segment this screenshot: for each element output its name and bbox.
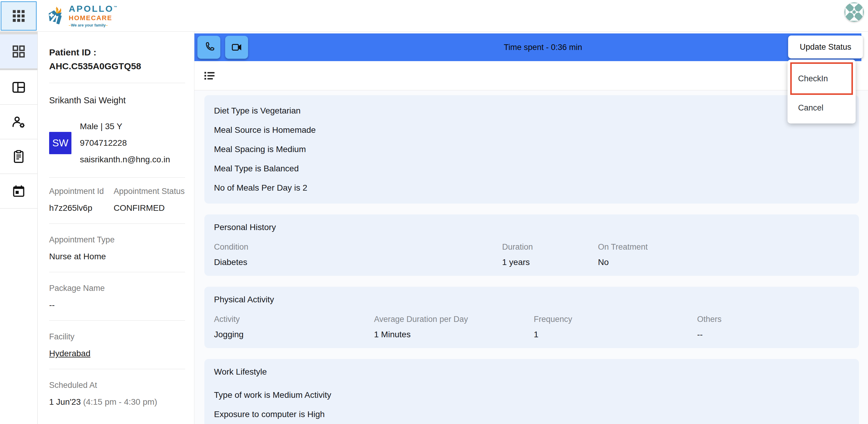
column-header: On Treatment — [598, 241, 849, 253]
appointment-type-value: Nurse at Home — [49, 251, 185, 262]
panel-divider — [49, 177, 185, 178]
column-header: Frequency — [534, 313, 697, 325]
patient-email: saisrikanth.n@hng.co.in — [80, 151, 170, 168]
user-settings-icon — [11, 115, 26, 129]
sidebar-item-user-management[interactable] — [0, 105, 37, 139]
time-spent-text: Time spent - 0:36 min — [504, 43, 582, 52]
patient-summary: SW Male | 35 Y 9704712228 saisrikanth.n@… — [49, 118, 185, 168]
cell-value: 1 years — [502, 255, 598, 270]
top-bar: APOLLO™ HOMECARE –We are your family– — [0, 0, 868, 32]
video-camera-icon — [230, 41, 243, 53]
side-navigation — [0, 32, 38, 424]
personal-history-title: Personal History — [214, 221, 849, 234]
package-name-value: -- — [49, 299, 185, 311]
appointment-id-status-row: Appointment Id h7z265lv6p Appointment St… — [49, 186, 185, 214]
panel-divider — [49, 320, 185, 321]
call-action-bar: Time spent - 0:36 min — [194, 33, 861, 61]
app-launcher-button[interactable] — [1, 1, 37, 31]
column-header: Activity — [214, 313, 374, 325]
cell-value: Diabetes — [214, 255, 502, 270]
logo-homecare-text: HOMECARE — [69, 15, 117, 21]
health-summary: Diet Type is Vegetarian Meal Source is H… — [194, 90, 868, 424]
personal-history-card: Personal History Condition Duration On T… — [204, 215, 859, 276]
diet-card: Diet Type is Vegetarian Meal Source is H… — [204, 95, 859, 203]
scheduled-at-value: 1 Jun'23 (4:15 pm - 4:30 pm) — [49, 396, 185, 408]
column-header: Duration — [502, 241, 598, 253]
appointment-type-label: Appointment Type — [49, 234, 185, 246]
calendar-icon — [12, 184, 26, 198]
appointment-status-block: Appointment Status CONFIRMED — [114, 186, 185, 214]
physical-activity-title: Physical Activity — [214, 293, 849, 306]
work-lifestyle-line: Exposure to computer is High — [214, 405, 849, 424]
apollo-logo-emblem-icon — [47, 5, 65, 26]
patient-contact-details: Male | 35 Y 9704712228 saisrikanth.n@hng… — [80, 118, 170, 168]
diet-line: Diet Type is Vegetarian — [214, 101, 849, 121]
update-status-menu: CheckIn Cancel — [787, 60, 856, 124]
patient-avatar: SW — [49, 132, 71, 154]
cell-value: -- — [697, 327, 849, 342]
cell-value: No — [598, 255, 849, 270]
logo-apollo-text: APOLLO™ — [69, 4, 117, 13]
appointment-id-block: Appointment Id h7z265lv6p — [49, 186, 114, 214]
menu-item-cancel[interactable]: Cancel — [790, 95, 853, 121]
sidebar-item-tasks[interactable] — [0, 139, 37, 174]
logo-tagline: –We are your family– — [69, 23, 117, 27]
patient-phone: 9704712228 — [80, 135, 170, 151]
apollo-homecare-logo: APOLLO™ HOMECARE –We are your family– — [47, 4, 117, 27]
panel-divider — [49, 83, 185, 83]
scheduled-at-label: Scheduled At — [49, 380, 185, 391]
appointment-type-block: Appointment Type Nurse at Home — [49, 234, 185, 262]
sidebar-item-schedule[interactable] — [0, 174, 37, 209]
list-icon — [204, 70, 216, 81]
sidebar-item-boards[interactable] — [0, 70, 37, 105]
facility-block: Facility Hyderabad — [49, 331, 185, 359]
logo-text: APOLLO™ HOMECARE –We are your family– — [69, 4, 117, 27]
package-name-label: Package Name — [49, 283, 185, 294]
user-avatar[interactable] — [844, 2, 864, 22]
work-lifestyle-line: Type of work is Medium Activity — [214, 386, 849, 405]
cell-value: 1 — [534, 327, 697, 342]
facility-label: Facility — [49, 331, 185, 343]
panel-divider — [49, 369, 185, 369]
patient-demographics: Male | 35 Y — [80, 118, 170, 135]
sidebar-item-dashboard[interactable] — [0, 34, 37, 70]
list-view-button[interactable] — [204, 70, 216, 81]
patient-details-panel: Patient ID : AHC.C535A0GGTQ58 Srikanth S… — [38, 32, 194, 424]
physical-activity-card: Physical Activity Activity Average Durat… — [204, 287, 859, 348]
video-call-button[interactable] — [225, 36, 248, 59]
physical-activity-table: Activity Average Duration per Day Freque… — [214, 313, 849, 342]
dashboard-icon — [12, 44, 26, 58]
appointment-status-value: CONFIRMED — [114, 202, 185, 214]
app-root: APOLLO™ HOMECARE –We are your family– — [0, 0, 868, 424]
column-header: Average Duration per Day — [374, 313, 534, 325]
cell-value: 1 Minutes — [374, 327, 534, 342]
diet-line: No of Meals Per Day is 2 — [214, 178, 849, 198]
diet-line: Meal Type is Balanced — [214, 159, 849, 178]
scheduled-at-block: Scheduled At 1 Jun'23 (4:15 pm - 4:30 pm… — [49, 380, 185, 408]
appointment-id-value: h7z265lv6p — [49, 202, 114, 214]
personal-history-table: Condition Duration On Treatment Diabetes… — [214, 241, 849, 270]
package-name-block: Package Name -- — [49, 283, 185, 311]
column-header: Others — [697, 313, 849, 325]
column-header: Condition — [214, 241, 502, 253]
menu-item-checkin[interactable]: CheckIn — [790, 62, 853, 95]
clipboard-icon — [12, 150, 26, 164]
facility-link[interactable]: Hyderabad — [49, 348, 185, 359]
patient-id-value: AHC.C535A0GGTQ58 — [49, 59, 185, 73]
layout-icon — [11, 80, 26, 95]
patient-id-label: Patient ID : — [49, 45, 185, 59]
toolbar-row — [194, 61, 868, 90]
phone-icon — [203, 41, 215, 53]
app-shell: Patient ID : AHC.C535A0GGTQ58 Srikanth S… — [0, 32, 868, 424]
sidenav-divider — [0, 32, 37, 34]
work-lifestyle-title: Work Lifestyle — [214, 365, 849, 379]
panel-divider — [49, 223, 185, 224]
diet-line: Meal Source is Homemade — [214, 121, 849, 140]
main-content: Time spent - 0:36 min Diet Type is Vege — [194, 32, 868, 424]
patient-name: Srikanth Sai Weight — [49, 95, 185, 106]
voice-call-button[interactable] — [197, 36, 220, 59]
appointment-id-label: Appointment Id — [49, 186, 114, 197]
panel-divider — [49, 272, 185, 272]
update-status-button[interactable]: Update Status — [788, 36, 863, 58]
apps-grid-icon — [12, 9, 25, 23]
